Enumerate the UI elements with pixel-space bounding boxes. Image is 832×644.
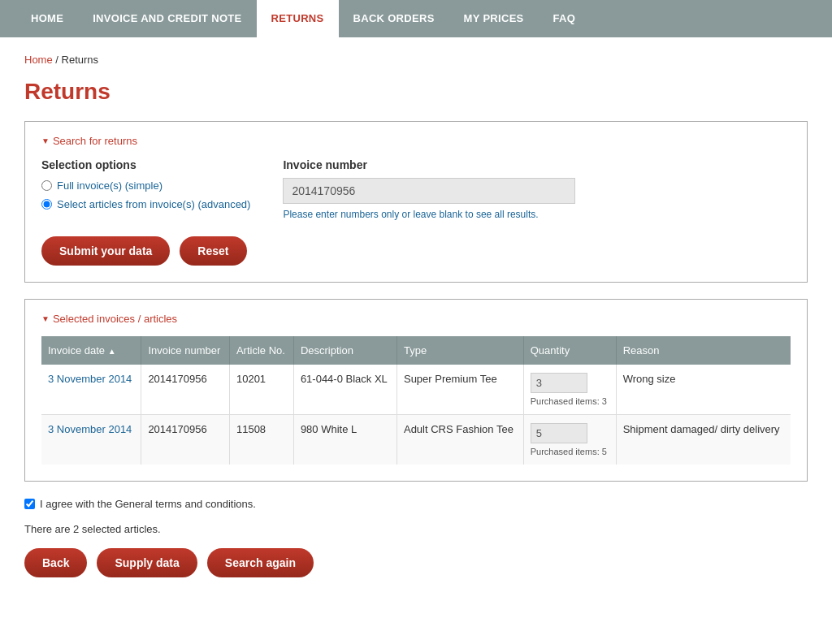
search-form: Selection options Full invoice(s) (simpl… bbox=[41, 158, 791, 220]
cell-type: Adult CRS Fashion Tee bbox=[396, 415, 523, 465]
supply-data-button[interactable]: Supply data bbox=[97, 548, 197, 577]
invoice-number-input[interactable] bbox=[283, 178, 575, 204]
radio-group: Full invoice(s) (simple) Select articles… bbox=[41, 179, 250, 210]
results-table: Invoice date ▲ Invoice number Article No… bbox=[41, 336, 791, 465]
nav-bar: HOME INVOICE AND CREDIT NOTE RETURNS BAC… bbox=[0, 0, 832, 37]
radio-full-invoice-input[interactable] bbox=[41, 180, 52, 191]
invoice-number-section: Invoice number Please enter numbers only… bbox=[283, 158, 791, 220]
nav-returns[interactable]: RETURNS bbox=[257, 0, 339, 37]
cell-invoice-date: 3 November 2014 bbox=[41, 365, 141, 415]
table-row: 3 November 2014 2014170956 10201 61-044-… bbox=[41, 365, 791, 415]
invoice-date-link[interactable]: 3 November 2014 bbox=[48, 373, 132, 385]
form-buttons: Submit your data Reset bbox=[41, 236, 791, 266]
col-invoice-number: Invoice number bbox=[141, 336, 230, 365]
purchased-items: Purchased items: 3 bbox=[531, 396, 609, 406]
invoice-hint: Please enter numbers only or leave blank… bbox=[283, 209, 791, 220]
cell-quantity: Purchased items: 3 bbox=[523, 365, 616, 415]
invoice-number-label: Invoice number bbox=[283, 158, 791, 171]
breadcrumb-current: Returns bbox=[62, 54, 99, 66]
col-article-no: Article No. bbox=[229, 336, 293, 365]
cell-invoice-number: 2014170956 bbox=[141, 365, 230, 415]
submit-button[interactable]: Submit your data bbox=[41, 236, 170, 266]
col-description: Description bbox=[293, 336, 396, 365]
breadcrumb-home[interactable]: Home bbox=[24, 54, 53, 66]
quantity-input[interactable] bbox=[531, 373, 587, 393]
nav-invoice[interactable]: INVOICE AND CREDIT NOTE bbox=[78, 0, 256, 37]
results-section: Selected invoices / articles Invoice dat… bbox=[24, 299, 808, 482]
radio-select-articles-label: Select articles from invoice(s) (advance… bbox=[57, 198, 250, 210]
invoice-date-link[interactable]: 3 November 2014 bbox=[48, 423, 132, 435]
breadcrumb-separator: / bbox=[55, 54, 61, 66]
agree-section: I agree with the General terms and condi… bbox=[24, 498, 808, 510]
cell-article-no: 10201 bbox=[229, 365, 293, 415]
selection-label: Selection options bbox=[41, 158, 250, 171]
nav-backorders[interactable]: BACK ORDERS bbox=[339, 0, 449, 37]
quantity-input[interactable] bbox=[531, 423, 587, 443]
col-reason: Reason bbox=[616, 336, 791, 365]
selection-options: Selection options Full invoice(s) (simpl… bbox=[41, 158, 250, 210]
cell-description: 980 White L bbox=[293, 415, 396, 465]
breadcrumb: Home / Returns bbox=[24, 54, 808, 66]
radio-full-invoice-label: Full invoice(s) (simple) bbox=[57, 179, 162, 192]
cell-invoice-date: 3 November 2014 bbox=[41, 415, 141, 465]
cell-reason: Wrong size bbox=[616, 365, 791, 415]
table-header-row: Invoice date ▲ Invoice number Article No… bbox=[41, 336, 791, 365]
cell-quantity: Purchased items: 5 bbox=[523, 415, 616, 465]
search-section: Search for returns Selection options Ful… bbox=[24, 121, 808, 283]
agree-label: I agree with the General terms and condi… bbox=[40, 498, 256, 510]
back-button[interactable]: Back bbox=[24, 548, 87, 577]
bottom-buttons: Back Supply data Search again bbox=[24, 548, 808, 577]
cell-type: Super Premium Tee bbox=[396, 365, 523, 415]
reset-button[interactable]: Reset bbox=[180, 236, 246, 266]
nav-home[interactable]: HOME bbox=[16, 0, 78, 37]
sort-arrow-icon: ▲ bbox=[108, 347, 116, 356]
col-type: Type bbox=[396, 336, 523, 365]
page-title: Returns bbox=[24, 79, 808, 105]
cell-invoice-number: 2014170956 bbox=[141, 415, 230, 465]
nav-myprices[interactable]: MY PRICES bbox=[449, 0, 539, 37]
results-legend: Selected invoices / articles bbox=[41, 313, 791, 325]
col-quantity: Quantity bbox=[523, 336, 616, 365]
cell-article-no: 11508 bbox=[229, 415, 293, 465]
agree-checkbox[interactable] bbox=[24, 499, 35, 509]
radio-select-articles-input[interactable] bbox=[41, 199, 52, 210]
search-legend: Search for returns bbox=[41, 135, 791, 147]
col-invoice-date[interactable]: Invoice date ▲ bbox=[41, 336, 141, 365]
cell-reason: Shipment damaged/ dirty delivery bbox=[616, 415, 791, 465]
radio-select-articles[interactable]: Select articles from invoice(s) (advance… bbox=[41, 198, 250, 210]
nav-faq[interactable]: FAQ bbox=[539, 0, 591, 37]
purchased-items: Purchased items: 5 bbox=[531, 447, 609, 456]
cell-description: 61-044-0 Black XL bbox=[293, 365, 396, 415]
search-again-button[interactable]: Search again bbox=[207, 548, 314, 577]
radio-full-invoice[interactable]: Full invoice(s) (simple) bbox=[41, 179, 250, 192]
selected-count: There are 2 selected articles. bbox=[24, 523, 808, 535]
table-row: 3 November 2014 2014170956 11508 980 Whi… bbox=[41, 415, 791, 465]
